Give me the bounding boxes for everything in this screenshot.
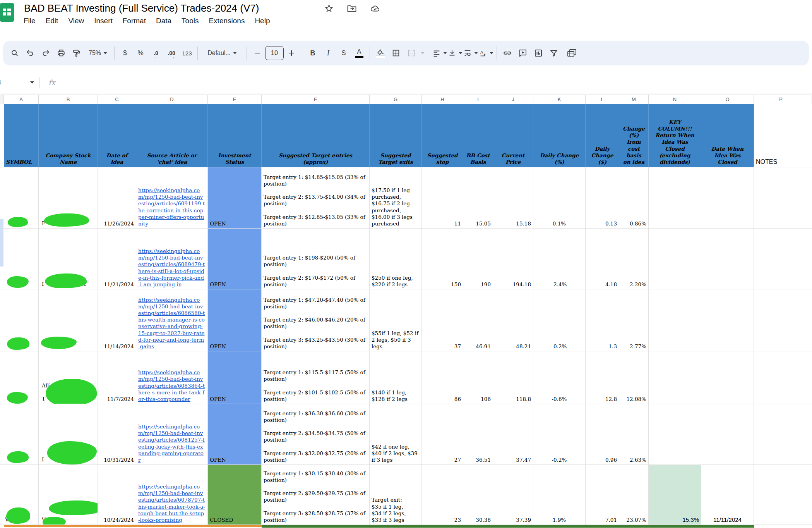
cell-date[interactable]: 11/26/2024 — [98, 167, 136, 229]
paint-format-icon[interactable] — [69, 45, 84, 61]
col-B[interactable]: B — [39, 95, 98, 104]
source-link[interactable]: https://seekingalpha.com/mp/1250-bad-bea… — [138, 248, 206, 288]
cell-notes[interactable] — [754, 167, 808, 229]
menu-extensions[interactable]: Extensions — [204, 15, 250, 26]
cell-date[interactable]: 10/31/2024 — [98, 404, 136, 465]
menu-insert[interactable]: Insert — [89, 15, 118, 26]
cell-daily-usd[interactable]: 4.18 — [586, 229, 619, 289]
menu-tools[interactable]: Tools — [176, 15, 204, 26]
source-link[interactable]: https://seekingalpha.com/mp/1250-bad-bea… — [138, 297, 206, 350]
sheets-logo-icon[interactable] — [0, 3, 14, 22]
cell-change-pct[interactable]: 0.86% — [619, 167, 649, 229]
cell-change-pct[interactable]: 2.20% — [619, 229, 649, 289]
create-filter-icon[interactable] — [546, 45, 562, 61]
cell-price[interactable]: 15.18 — [493, 167, 533, 229]
cell-source[interactable]: https://seekingalpha.com/mp/1250-bad-bea… — [136, 167, 208, 229]
header-status[interactable]: Investment Status — [208, 104, 262, 167]
cell-company[interactable]: tsI — [39, 404, 98, 465]
cell-exits[interactable]: $250 if one leg, $220 if 2 legs — [370, 229, 422, 289]
cell-stop[interactable]: 150 — [422, 229, 463, 289]
format-currency-button[interactable]: $ — [117, 45, 133, 61]
header-entries[interactable]: Suggested Target entries (approx) — [262, 104, 370, 167]
cell-symbol[interactable] — [4, 289, 39, 351]
header-price[interactable]: Current Price — [493, 104, 533, 167]
cell-entries[interactable]: Target entry 1: $36.30-$36.60 (30% of po… — [262, 404, 370, 465]
cell-company[interactable]: F — [39, 167, 98, 229]
cell-daily-pct[interactable]: -2.4% — [533, 229, 586, 289]
cell-source[interactable]: https://seekingalpha.com/mp/1250-bad-bea… — [136, 404, 208, 465]
insert-chart-icon[interactable] — [531, 45, 546, 61]
cell-source[interactable]: https://seekingalpha.com/mp/1250-bad-bea… — [136, 289, 208, 351]
merge-cells-button[interactable] — [404, 45, 419, 61]
cell-entries[interactable]: Target entry 1: $30.15-$30.40 (30% of po… — [262, 465, 370, 525]
cell-source[interactable]: https://seekingalpha.com/mp/1250-bad-bea… — [136, 465, 208, 525]
cell-basis[interactable]: 36.51 — [463, 404, 493, 465]
redo-icon[interactable] — [38, 45, 53, 61]
cell-basis[interactable]: 30.38 — [463, 465, 493, 525]
decrease-font-size-button[interactable] — [250, 45, 265, 61]
col-J[interactable]: J — [493, 95, 533, 104]
cell-symbol[interactable] — [4, 404, 39, 465]
cell-price[interactable]: 37.47 — [493, 404, 533, 465]
formula-input[interactable] — [55, 72, 812, 93]
cell-daily-usd[interactable]: 12.8 — [586, 351, 619, 404]
col-L[interactable]: L — [586, 95, 619, 104]
source-link[interactable]: https://seekingalpha.com/mp/1250-bad-bea… — [138, 423, 206, 463]
cell-entries[interactable]: Target entry 1: $47.20-$47.40 (50% of po… — [262, 289, 370, 351]
decrease-decimal-button[interactable]: .0← — [148, 45, 164, 61]
cell-exits[interactable]: $42 if one leg, $40 if 2 legs, $39 if 3 … — [370, 404, 422, 465]
cell-symbol[interactable]: V — [4, 465, 39, 525]
merge-cells-caret[interactable] — [419, 45, 426, 61]
cell-change-pct[interactable]: 23.07% — [619, 465, 649, 525]
cell-date[interactable]: 11/21/2024 — [98, 229, 136, 289]
bold-button[interactable]: B — [305, 45, 320, 61]
cell-date-closed[interactable] — [701, 229, 754, 289]
text-wrap-button[interactable] — [463, 45, 478, 61]
cell-exits[interactable]: $140 if 1 leg, $128 if 2 legs — [370, 351, 422, 404]
name-box-caret[interactable] — [30, 81, 34, 84]
menu-data[interactable]: Data — [151, 15, 176, 26]
source-link[interactable]: https://seekingalpha.com/mp/1250-bad-bea… — [138, 369, 206, 402]
header-key-column[interactable]: KEY COLUMN!!! Return When Idea Was Close… — [649, 104, 701, 167]
move-folder-icon[interactable] — [347, 4, 357, 13]
cell-daily-usd[interactable]: 0.13 — [586, 167, 619, 229]
cell-exits[interactable]: $55if 1 leg, $52 if 2 legs, $50 if 3 leg… — [370, 289, 422, 351]
search-icon[interactable] — [7, 45, 22, 61]
cell-company[interactable]: Ic — [39, 229, 98, 289]
cell-return-closed[interactable] — [649, 229, 701, 289]
col-K[interactable]: K — [533, 95, 586, 104]
cell-daily-usd[interactable]: 7.01 — [586, 465, 619, 525]
format-percent-button[interactable]: % — [133, 45, 148, 61]
cell-entries[interactable]: Target entry 1: $14.85-$15.05 (33% of po… — [262, 167, 370, 229]
zoom-select[interactable]: 75% — [84, 45, 111, 61]
cell-daily-usd[interactable]: 0.96 — [586, 404, 619, 465]
increase-font-size-button[interactable] — [284, 45, 299, 61]
fill-color-button[interactable] — [373, 45, 388, 61]
cloud-saved-icon[interactable] — [370, 4, 380, 13]
cell-basis[interactable]: 15.05 — [463, 167, 493, 229]
cell-status[interactable]: OPEN — [208, 289, 262, 351]
borders-button[interactable] — [388, 45, 404, 61]
cell-date[interactable]: 11/7/2024 — [98, 351, 136, 404]
cell-date-closed[interactable] — [701, 351, 754, 404]
cell-date-closed[interactable] — [701, 167, 754, 229]
cell-notes[interactable] — [754, 289, 808, 351]
cell-company[interactable]: AlliTn — [39, 351, 98, 404]
cell-basis[interactable]: 190 — [463, 229, 493, 289]
header-notes[interactable]: NOTES — [754, 104, 808, 167]
col-P[interactable]: P — [754, 95, 808, 104]
name-box[interactable]: 4 — [0, 72, 30, 93]
col-G[interactable]: G — [370, 95, 422, 104]
cell-stop[interactable]: 86 — [422, 351, 463, 404]
col-O[interactable]: O — [701, 95, 754, 104]
cell-symbol[interactable] — [4, 351, 39, 404]
col-M[interactable]: M — [619, 95, 649, 104]
cell-change-pct[interactable]: 2.77% — [619, 289, 649, 351]
cell-change-pct[interactable]: 2.63% — [619, 404, 649, 465]
select-all-corner[interactable] — [0, 95, 4, 104]
cell-source[interactable]: https://seekingalpha.com/mp/1250-bad-bea… — [136, 229, 208, 289]
header-basis[interactable]: BB Cost Basis — [463, 104, 493, 167]
vertical-align-button[interactable] — [447, 45, 463, 61]
cell-stop[interactable]: 11 — [422, 167, 463, 229]
cell-notes[interactable] — [754, 229, 808, 289]
